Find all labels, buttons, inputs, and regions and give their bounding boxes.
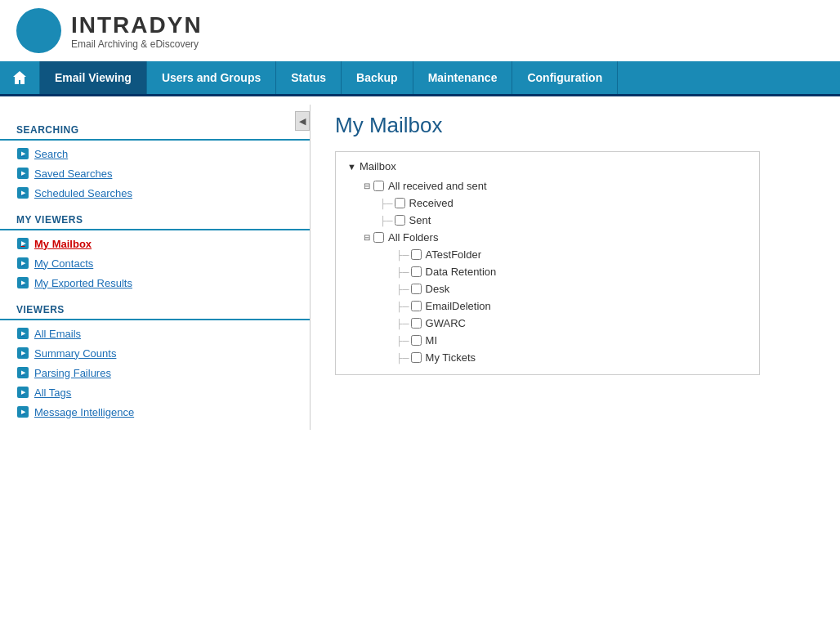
sidebar-item-parsing-failures[interactable]: Parsing Failures [0,363,310,382]
logo-circle [16,8,61,53]
label-mi: MI [426,334,437,347]
nav-backup[interactable]: Backup [342,61,413,94]
checkbox-all-received-sent[interactable] [373,181,384,191]
search-arrow-icon [16,147,29,160]
sidebar-item-my-contacts[interactable]: My Contacts [0,253,310,273]
mailbox-root-arrow: ▼ [347,162,356,172]
tree-node-data-retention: ├─ Data Retention [347,263,748,280]
tree-node-mi: ├─ MI [347,332,748,349]
tree-line-gwarc: ├─ [396,319,409,329]
tree-node-received: ├─ Received [347,194,748,212]
label-atest-folder: ATestFolder [426,248,481,261]
sidebar-link-label: My Exported Results [34,277,132,289]
home-icon [11,69,28,86]
tree-node-atest-folder: ├─ ATestFolder [347,246,748,263]
sidebar-item-search[interactable]: Search [0,144,310,163]
sidebar-collapse-button[interactable]: ◀ [295,111,310,131]
mailbox-container: ▼ Mailbox ⊟ All received and sent ├─ Rec… [335,151,760,375]
checkbox-gwarc[interactable] [411,318,422,329]
expand-all-folders[interactable]: ⊟ [364,233,370,242]
sidebar-link-label: Scheduled Searches [34,187,132,199]
summary-counts-arrow-icon [16,347,29,360]
tree-node-sent: ├─ Sent [347,212,748,229]
checkbox-atest-folder[interactable] [411,249,422,260]
tree-node-all-folders: ⊟ All Folders [347,229,748,246]
tree-node-gwarc: ├─ GWARC [347,315,748,332]
tree-line-data-retention: ├─ [396,267,409,277]
sidebar-section-my-viewers: MY VIEWERS [0,203,310,230]
tree-node-all-received-sent: ⊟ All received and sent [347,177,748,194]
label-sent: Sent [409,214,431,226]
sidebar-item-scheduled-searches[interactable]: Scheduled Searches [0,183,310,203]
expand-all-received-sent[interactable]: ⊟ [364,181,370,190]
checkbox-received[interactable] [395,198,405,208]
sidebar-link-label: Parsing Failures [34,367,111,379]
label-email-deletion: EmailDeletion [426,300,491,312]
sidebar-item-my-mailbox[interactable]: My Mailbox [0,234,310,253]
sidebar-link-label: Search [34,148,68,160]
tree-line-desk: ├─ [396,284,409,294]
logo-text: INTRADYN Email Archiving & eDiscovery [71,12,203,50]
all-tags-arrow-icon [16,386,29,399]
sidebar-link-label: My Contacts [34,257,93,270]
checkbox-sent[interactable] [395,215,405,226]
sidebar: ◀ SEARCHING Search Saved Searches Schedu… [0,105,311,430]
tree-node-desk: ├─ Desk [347,280,748,297]
tree-line-my-tickets: ├─ [396,353,409,363]
sidebar-item-all-emails[interactable]: All Emails [0,324,310,343]
sidebar-link-label: All Tags [34,387,71,399]
nav-users-groups[interactable]: Users and Groups [147,61,276,94]
sidebar-link-label: All Emails [34,328,81,340]
main-layout: ◀ SEARCHING Search Saved Searches Schedu… [0,105,840,430]
checkbox-desk[interactable] [411,284,422,294]
tree-line-mi: ├─ [396,336,409,346]
checkbox-mi[interactable] [411,335,422,346]
label-data-retention: Data Retention [426,266,497,278]
checkbox-email-deletion[interactable] [411,301,422,311]
tree-line-atest: ├─ [396,250,409,260]
scheduled-searches-arrow-icon [16,186,29,199]
parsing-failures-arrow-icon [16,366,29,379]
logo-name: INTRADYN [71,12,203,38]
sidebar-item-my-exported-results[interactable]: My Exported Results [0,273,310,293]
all-emails-arrow-icon [16,327,29,340]
label-all-folders: All Folders [388,231,438,244]
nav-maintenance[interactable]: Maintenance [413,61,513,94]
message-intelligence-arrow-icon [16,405,29,418]
nav-configuration[interactable]: Configuration [512,61,618,94]
saved-searches-arrow-icon [16,167,29,180]
nav-status[interactable]: Status [276,61,342,94]
sidebar-link-label: My Mailbox [34,238,92,250]
nav-email-viewing[interactable]: Email Viewing [40,61,147,94]
sidebar-link-label: Saved Searches [34,168,112,180]
mailbox-root-label: Mailbox [360,160,396,172]
sidebar-item-saved-searches[interactable]: Saved Searches [0,163,310,183]
checkbox-data-retention[interactable] [411,266,422,277]
tree-line-sent: ├─ [380,216,393,226]
mailbox-root: ▼ Mailbox [347,160,748,172]
logo-tagline: Email Archiving & eDiscovery [71,38,203,50]
sidebar-link-label: Summary Counts [34,347,116,360]
tree-line-email-deletion: ├─ [396,302,409,311]
my-exported-arrow-icon [16,276,29,289]
label-received: Received [409,197,454,209]
checkbox-my-tickets[interactable] [411,352,422,363]
sidebar-item-message-intelligence[interactable]: Message Intelligence [0,402,310,422]
label-all-received-sent: All received and sent [388,180,487,192]
page-title: My Mailbox [335,113,815,138]
label-my-tickets: My Tickets [426,351,476,364]
my-mailbox-arrow-icon [16,237,29,250]
sidebar-link-label: Message Intelligence [34,406,134,418]
nav-bar: Email Viewing Users and Groups Status Ba… [0,61,840,96]
sidebar-item-summary-counts[interactable]: Summary Counts [0,343,310,363]
tree-line-received: ├─ [380,199,393,208]
tree-node-email-deletion: ├─ EmailDeletion [347,297,748,315]
my-contacts-arrow-icon [16,257,29,270]
label-desk: Desk [426,283,450,295]
sidebar-section-viewers: VIEWERS [0,293,310,320]
tree-node-my-tickets: ├─ My Tickets [347,349,748,366]
checkbox-all-folders[interactable] [373,232,384,243]
header: INTRADYN Email Archiving & eDiscovery [0,0,840,61]
sidebar-item-all-tags[interactable]: All Tags [0,382,310,402]
nav-home-button[interactable] [0,61,40,94]
